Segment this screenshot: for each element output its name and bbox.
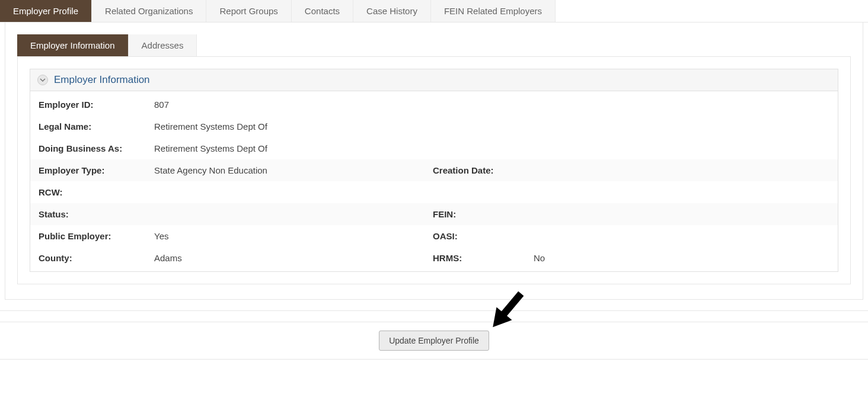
label-hrms: HRMS: bbox=[433, 253, 534, 263]
chevron-down-icon bbox=[37, 75, 48, 85]
tab-fein-related-employers[interactable]: FEIN Related Employers bbox=[431, 0, 556, 22]
footer-bar: Update Employer Profile bbox=[0, 322, 868, 360]
value-legal-name: Retirement Systems Dept Of bbox=[154, 121, 320, 132]
update-employer-profile-button[interactable]: Update Employer Profile bbox=[379, 331, 489, 351]
label-creation-date: Creation Date: bbox=[433, 165, 534, 175]
svg-marker-1 bbox=[485, 307, 512, 334]
tab-case-history[interactable]: Case History bbox=[353, 0, 431, 22]
row-legal-name: Legal Name: Retirement Systems Dept Of bbox=[30, 116, 838, 137]
row-rcw: RCW: bbox=[30, 181, 838, 203]
row-public-employer: Public Employer: Yes OASI: bbox=[30, 225, 838, 247]
employer-information-section: Employer Information Employer ID: 807 Le… bbox=[30, 69, 838, 272]
row-employer-id: Employer ID: 807 bbox=[30, 94, 838, 116]
tab-employer-profile[interactable]: Employer Profile bbox=[0, 0, 92, 22]
row-county: County: Adams HRMS: No bbox=[30, 247, 838, 269]
outer-tab-strip: Employer Profile Related Organizations R… bbox=[0, 0, 868, 23]
label-rcw: RCW: bbox=[39, 187, 154, 197]
value-employer-type: State Agency Non Education bbox=[154, 165, 320, 175]
tab-addresses[interactable]: Addresses bbox=[129, 34, 197, 56]
inner-tab-strip: Employer Information Addresses bbox=[17, 34, 851, 56]
row-dba: Doing Business As: Retirement Systems De… bbox=[30, 137, 838, 159]
label-fein: FEIN: bbox=[433, 209, 534, 219]
value-county: Adams bbox=[154, 253, 320, 263]
tab-contacts[interactable]: Contacts bbox=[292, 0, 353, 22]
tab-related-organizations[interactable]: Related Organizations bbox=[92, 0, 206, 22]
value-rcw bbox=[154, 187, 320, 197]
fields-container: Employer ID: 807 Legal Name: Retirement … bbox=[30, 91, 838, 271]
row-employer-type: Employer Type: State Agency Non Educatio… bbox=[30, 159, 838, 181]
section-title: Employer Information bbox=[54, 74, 150, 86]
label-doing-business-as: Doing Business As: bbox=[39, 143, 154, 153]
divider bbox=[0, 310, 868, 311]
label-public-employer: Public Employer: bbox=[39, 231, 154, 241]
label-employer-type: Employer Type: bbox=[39, 165, 154, 175]
section-header[interactable]: Employer Information bbox=[30, 69, 838, 91]
value-employer-id: 807 bbox=[154, 100, 320, 110]
label-oasi: OASI: bbox=[433, 231, 534, 241]
row-status: Status: FEIN: bbox=[30, 203, 838, 225]
value-doing-business-as: Retirement Systems Dept Of bbox=[154, 143, 320, 153]
label-county: County: bbox=[39, 253, 154, 263]
main-panel: Employer Information Addresses Employer … bbox=[5, 23, 863, 300]
inner-panel: Employer Information Employer ID: 807 Le… bbox=[17, 56, 851, 284]
label-status: Status: bbox=[39, 209, 154, 219]
label-employer-id: Employer ID: bbox=[39, 100, 154, 110]
label-legal-name: Legal Name: bbox=[39, 121, 154, 132]
tab-employer-information[interactable]: Employer Information bbox=[17, 34, 129, 56]
value-public-employer: Yes bbox=[154, 231, 320, 241]
tab-report-groups[interactable]: Report Groups bbox=[206, 0, 291, 22]
value-hrms: No bbox=[534, 253, 545, 263]
value-status bbox=[154, 209, 320, 219]
